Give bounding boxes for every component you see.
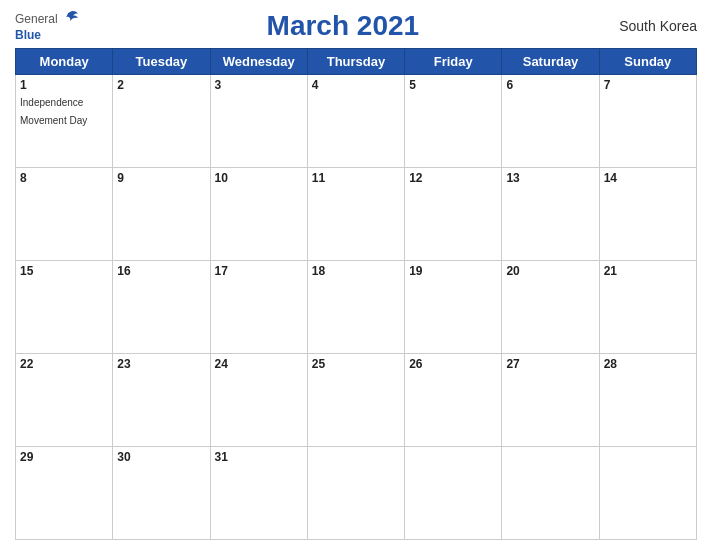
calendar-cell: 22 <box>16 354 113 447</box>
calendar-cell: 29 <box>16 447 113 540</box>
weekday-header-row: MondayTuesdayWednesdayThursdayFridaySatu… <box>16 49 697 75</box>
calendar-cell: 17 <box>210 261 307 354</box>
calendar-cell: 26 <box>405 354 502 447</box>
calendar-cell: 12 <box>405 168 502 261</box>
weekday-header-monday: Monday <box>16 49 113 75</box>
calendar-cell: 23 <box>113 354 210 447</box>
calendar-cell: 21 <box>599 261 696 354</box>
calendar-cell: 20 <box>502 261 599 354</box>
day-number: 17 <box>215 264 303 278</box>
day-number: 13 <box>506 171 594 185</box>
calendar-cell: 8 <box>16 168 113 261</box>
calendar-cell: 15 <box>16 261 113 354</box>
weekday-header-saturday: Saturday <box>502 49 599 75</box>
calendar-cell <box>502 447 599 540</box>
day-number: 31 <box>215 450 303 464</box>
calendar-cell: 30 <box>113 447 210 540</box>
weekday-header-wednesday: Wednesday <box>210 49 307 75</box>
logo: General Blue <box>15 10 79 42</box>
country-label: South Korea <box>607 18 697 34</box>
calendar-cell: 7 <box>599 75 696 168</box>
weekday-header-tuesday: Tuesday <box>113 49 210 75</box>
calendar-cell: 3 <box>210 75 307 168</box>
day-number: 8 <box>20 171 108 185</box>
calendar-header: General Blue March 2021 South Korea <box>15 10 697 42</box>
day-number: 27 <box>506 357 594 371</box>
day-number: 1 <box>20 78 108 92</box>
day-number: 7 <box>604 78 692 92</box>
calendar-cell: 28 <box>599 354 696 447</box>
calendar-cell: 2 <box>113 75 210 168</box>
weekday-header-sunday: Sunday <box>599 49 696 75</box>
day-number: 10 <box>215 171 303 185</box>
day-number: 18 <box>312 264 400 278</box>
logo-bird-icon <box>61 10 79 28</box>
day-number: 24 <box>215 357 303 371</box>
week-row-5: 293031 <box>16 447 697 540</box>
day-number: 14 <box>604 171 692 185</box>
calendar-cell: 9 <box>113 168 210 261</box>
calendar-cell <box>307 447 404 540</box>
month-title: March 2021 <box>79 10 607 42</box>
calendar-table: MondayTuesdayWednesdayThursdayFridaySatu… <box>15 48 697 540</box>
calendar-cell: 10 <box>210 168 307 261</box>
day-number: 23 <box>117 357 205 371</box>
day-number: 11 <box>312 171 400 185</box>
weekday-header-thursday: Thursday <box>307 49 404 75</box>
day-number: 16 <box>117 264 205 278</box>
calendar-cell: 14 <box>599 168 696 261</box>
day-number: 28 <box>604 357 692 371</box>
day-number: 22 <box>20 357 108 371</box>
calendar-cell: 18 <box>307 261 404 354</box>
calendar-cell <box>405 447 502 540</box>
day-number: 20 <box>506 264 594 278</box>
day-number: 29 <box>20 450 108 464</box>
week-row-1: 1Independence Movement Day234567 <box>16 75 697 168</box>
day-number: 26 <box>409 357 497 371</box>
day-number: 21 <box>604 264 692 278</box>
calendar-cell: 24 <box>210 354 307 447</box>
calendar-cell: 16 <box>113 261 210 354</box>
calendar-cell: 4 <box>307 75 404 168</box>
calendar-cell <box>599 447 696 540</box>
week-row-2: 891011121314 <box>16 168 697 261</box>
calendar-cell: 13 <box>502 168 599 261</box>
calendar-cell: 27 <box>502 354 599 447</box>
week-row-4: 22232425262728 <box>16 354 697 447</box>
calendar-cell: 11 <box>307 168 404 261</box>
calendar-cell: 5 <box>405 75 502 168</box>
calendar-cell: 19 <box>405 261 502 354</box>
weekday-header-friday: Friday <box>405 49 502 75</box>
logo-blue-text: Blue <box>15 28 41 42</box>
day-number: 5 <box>409 78 497 92</box>
logo-general-text: General <box>15 12 58 26</box>
day-number: 19 <box>409 264 497 278</box>
calendar-cell: 25 <box>307 354 404 447</box>
calendar-cell: 31 <box>210 447 307 540</box>
day-number: 25 <box>312 357 400 371</box>
day-number: 2 <box>117 78 205 92</box>
calendar-cell: 1Independence Movement Day <box>16 75 113 168</box>
day-number: 9 <box>117 171 205 185</box>
day-number: 6 <box>506 78 594 92</box>
day-number: 12 <box>409 171 497 185</box>
holiday-label: Independence Movement Day <box>20 97 87 126</box>
day-number: 4 <box>312 78 400 92</box>
week-row-3: 15161718192021 <box>16 261 697 354</box>
calendar-cell: 6 <box>502 75 599 168</box>
day-number: 15 <box>20 264 108 278</box>
day-number: 3 <box>215 78 303 92</box>
day-number: 30 <box>117 450 205 464</box>
